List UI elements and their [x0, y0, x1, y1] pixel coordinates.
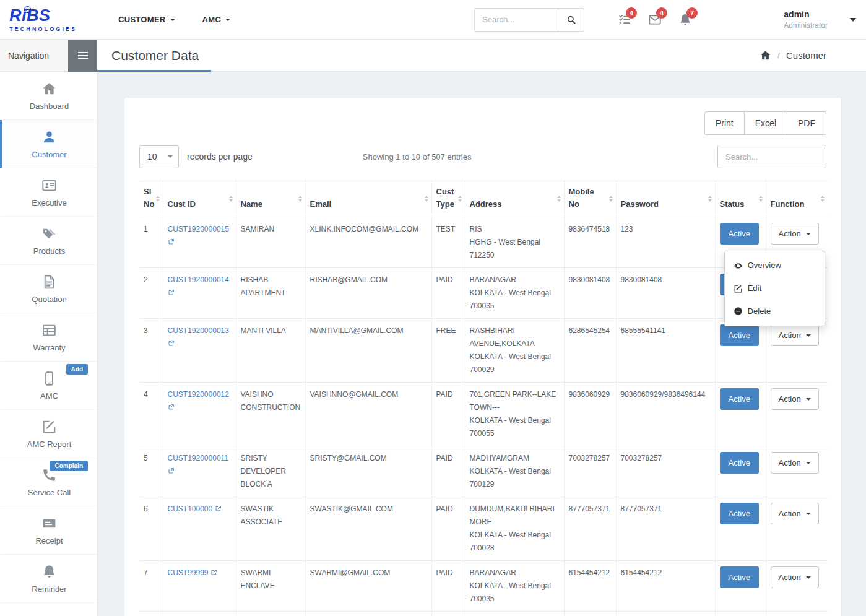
- sidebar-item-quotation[interactable]: Quotation: [0, 265, 97, 313]
- minus-circle-icon: [734, 306, 743, 316]
- sidebar-item-receipt[interactable]: Receipt: [0, 506, 97, 555]
- cell-cust-type: PAID: [431, 268, 465, 319]
- notification-badge: 4: [656, 7, 667, 19]
- excel-export-button[interactable]: Excel: [744, 111, 787, 135]
- user-menu[interactable]: admin Administrator: [784, 9, 866, 30]
- cell-cust-type: FREE: [431, 612, 465, 616]
- pdf-export-button[interactable]: PDF: [787, 111, 826, 135]
- cust-id-link[interactable]: CUST1920000015: [168, 225, 229, 233]
- status-active-button[interactable]: Active: [720, 324, 759, 346]
- table-search-input[interactable]: [717, 145, 826, 168]
- action-button[interactable]: Action: [771, 223, 819, 245]
- column-header-status[interactable]: Status: [715, 180, 766, 217]
- status-active-button[interactable]: Active: [720, 503, 759, 524]
- external-link-icon[interactable]: [168, 287, 175, 300]
- sidebar-item-label: Executive: [32, 198, 66, 207]
- sidebar-item-dashboard[interactable]: Dashboard: [0, 72, 97, 120]
- sidebar-item-customer[interactable]: Customer: [0, 120, 97, 168]
- action-button[interactable]: Action: [771, 452, 819, 474]
- cell-address: DUMDUM,BAKULBIHARIMOREKOLKATA - West Ben…: [465, 497, 564, 561]
- external-link-icon[interactable]: [168, 402, 175, 415]
- cust-id-link[interactable]: CUST100000: [168, 505, 213, 513]
- export-button-group: PrintExcelPDF: [704, 111, 826, 135]
- cust-id-link[interactable]: CUST1920000011: [168, 454, 229, 462]
- home-icon[interactable]: [760, 50, 771, 61]
- column-header-address[interactable]: Address: [465, 180, 564, 217]
- sidebar-item-reminder[interactable]: Reminder: [0, 555, 97, 603]
- records-per-page-value: 10: [147, 152, 157, 162]
- cell-address: 701,GREEN PARK--LAKETOWN---KOLKATA - Wes…: [465, 383, 564, 446]
- sidebar-item-label: Warranty: [33, 343, 65, 352]
- column-header-email[interactable]: Email: [305, 180, 431, 217]
- print-export-button[interactable]: Print: [704, 111, 745, 135]
- cell-cust-type: TEST: [431, 217, 465, 268]
- column-header-mobile-no[interactable]: Mobile No: [564, 180, 616, 217]
- column-header-cust-id[interactable]: Cust ID: [163, 180, 236, 217]
- chevron-down-icon: [168, 155, 173, 158]
- top-menu-customer[interactable]: CUSTOMER: [118, 15, 175, 24]
- title-bar: Customer Data / Customer: [97, 40, 866, 71]
- column-header-cust-type[interactable]: Cust Type: [431, 180, 465, 217]
- cell-address: MADHYAMGRAMKOLKATA - West Bengal700129: [465, 446, 564, 497]
- external-link-icon[interactable]: [168, 236, 175, 249]
- cell-address: RASHBIHARIAVENUE,KOLKATAKOLKATA - West B…: [465, 319, 564, 383]
- brand-logo[interactable]: RiBS TECHNOLOGIES: [0, 7, 97, 32]
- column-header-name[interactable]: Name: [236, 180, 305, 217]
- external-link-icon[interactable]: [215, 503, 222, 516]
- file-icon: [41, 274, 57, 290]
- action-menu-item-delete[interactable]: Delete: [725, 300, 825, 323]
- action-button[interactable]: Action: [771, 566, 819, 588]
- status-active-button[interactable]: Active: [720, 566, 759, 588]
- cell-cust-id: CUST1920000011: [163, 446, 236, 497]
- cell-cust-type: PAID: [431, 561, 465, 612]
- records-per-page-select[interactable]: 10: [139, 145, 179, 168]
- status-active-button[interactable]: Active: [720, 388, 759, 410]
- tasks-notification-button[interactable]: 4: [618, 13, 631, 27]
- cell-name: RISHAB APARTMENT: [236, 268, 305, 319]
- column-header-password[interactable]: Password: [616, 180, 715, 217]
- mail-notification-button[interactable]: 4: [648, 13, 662, 27]
- global-search-input[interactable]: [474, 8, 558, 32]
- cell-sl-no: 7: [139, 561, 163, 612]
- action-button[interactable]: Action: [771, 388, 819, 410]
- action-menu-item-overview[interactable]: Overview: [725, 254, 825, 277]
- status-active-button[interactable]: Active: [720, 223, 759, 245]
- cell-sl-no: 1: [139, 217, 163, 268]
- cell-cust-id: CUST1920000015: [163, 217, 236, 268]
- sidebar-item-next-partial[interactable]: [0, 603, 97, 616]
- status-active-button[interactable]: Active: [720, 452, 759, 474]
- cell-name: VAISHNO CONSTRUCTION: [236, 383, 305, 446]
- global-search-button[interactable]: [558, 8, 584, 32]
- sidebar-item-amc[interactable]: AddAMC: [0, 362, 97, 410]
- external-link-icon[interactable]: [168, 466, 175, 479]
- action-button[interactable]: Action: [771, 324, 819, 346]
- cell-email: SRISTY@GMAIL.COM: [305, 446, 431, 497]
- sidebar-item-warranty[interactable]: Warranty: [0, 313, 97, 362]
- chevron-down-icon: [850, 18, 856, 22]
- column-header-function[interactable]: Function: [766, 180, 828, 217]
- cell-function: ActionOverviewEditDelete: [766, 217, 828, 268]
- sidebar-toggle-button[interactable]: [68, 40, 97, 72]
- top-menu-amc[interactable]: AMC: [202, 15, 231, 24]
- sidebar-item-amc-report[interactable]: AMC Report: [0, 410, 97, 458]
- cust-id-link[interactable]: CUST99999: [168, 568, 209, 577]
- cust-id-link[interactable]: CUST1920000014: [168, 275, 229, 284]
- cust-id-link[interactable]: CUST1920000012: [168, 390, 229, 399]
- external-link-icon[interactable]: [168, 338, 175, 351]
- sidebar-item-label: AMC Report: [27, 440, 72, 449]
- column-header-sl-no[interactable]: Sl No: [139, 180, 163, 217]
- cust-id-link[interactable]: CUST1920000013: [168, 326, 229, 335]
- sidebar-item-executive[interactable]: Executive: [0, 168, 97, 217]
- sub-bar: Navigation Customer Data / Customer: [0, 40, 866, 72]
- bell-notification-button[interactable]: 7: [678, 13, 692, 27]
- external-link-icon[interactable]: [210, 567, 217, 580]
- sidebar-item-products[interactable]: Products: [0, 217, 97, 265]
- sidebar-item-service-call[interactable]: ComplainService Call: [0, 458, 97, 506]
- action-button[interactable]: Action: [771, 503, 819, 524]
- sidebar-item-label: AMC: [40, 391, 58, 401]
- action-menu-item-edit[interactable]: Edit: [725, 277, 825, 300]
- chevron-down-icon: [225, 19, 230, 21]
- sidebar-item-label: Service Call: [28, 488, 71, 497]
- cell-status: Active: [715, 446, 766, 497]
- tags-icon: [41, 226, 57, 241]
